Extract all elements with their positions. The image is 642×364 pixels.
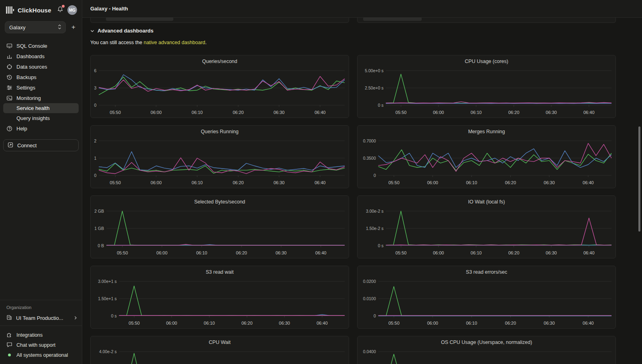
sidebar-item-backups[interactable]: Backups [3,72,79,82]
series-line-blue [99,152,345,170]
chevron-right-icon [74,315,77,321]
y-tick-label: 0 [94,103,96,108]
selector-chevrons-icon [58,24,61,31]
sidebar: ClickHouse MG Galaxy + SQL Co [0,0,82,364]
x-tick-label: 06:00 [433,250,444,255]
x-tick-label: 06:40 [315,180,326,185]
x-tick-label: 06:10 [466,321,477,325]
y-tick-label: 0.0200 [363,279,376,284]
notification-dot [62,5,65,8]
x-tick-label: 06:00 [427,321,438,325]
chart-plot: 3.00e-2 s1.50e-2 s0 s05:5006:0006:1006:2… [358,208,616,258]
footer-item-chat-with-support[interactable]: Chat with support [3,340,79,350]
x-tick-label: 06:20 [505,321,516,325]
x-tick-label: 06:00 [427,180,438,185]
sidebar-item-sql-console[interactable]: SQL Console [3,41,79,51]
series-line-magenta [378,143,612,171]
y-tick-label: 2 [94,138,96,143]
chart-card-queries-running: Queries Running21005:5006:0006:1006:2006… [90,125,349,188]
chart-plot: 4.00e-2 s05:5006:0006:1006:2006:3006:40 [91,348,349,364]
x-tick-label: 06:40 [583,180,594,185]
section-title: Advanced dashboards [98,28,153,34]
x-tick-label: 06:20 [242,321,253,325]
chart-card-s3-read-wait: S3 read wait3.00e+1 s1.50e+1 s0 s05:5006… [90,266,349,329]
partial-card [357,18,616,23]
chart-plot: 0.02000.0100005:5006:0006:1006:2006:3006… [358,278,616,328]
x-tick-label: 06:30 [546,110,557,115]
native-advanced-dashboard-link[interactable]: native advanced dashboard [144,40,205,45]
x-tick-label: 05:50 [110,110,121,115]
chart-plot: 0.70000.3500005:5006:0006:1006:2006:3006… [358,138,616,188]
sidebar-footer: IntegrationsChat with supportAll systems… [0,325,82,360]
sidebar-item-help[interactable]: Help [3,123,79,134]
help-icon [6,126,12,132]
sidebar-nav: SQL ConsoleDashboardsData sourcesBackups… [0,37,82,134]
x-tick-label: 06:20 [236,250,247,255]
x-tick-label: 06:30 [544,180,555,185]
x-tick-label: 05:50 [388,321,400,325]
x-tick-label: 05:50 [396,110,407,115]
sidebar-item-label: Settings [16,85,35,91]
footer-item-integrations[interactable]: Integrations [3,330,79,340]
x-tick-label: 06:20 [233,180,244,185]
chart-title: Merges Running [358,126,616,138]
y-tick-label: 1 GB [94,226,104,231]
x-tick-label: 06:20 [505,180,516,185]
chart-card-queries-second: Queries/second63005:5006:0006:1006:2006:… [90,55,349,118]
y-tick-label: 0 [94,173,96,178]
y-tick-label: 0 B [98,243,104,248]
sidebar-item-query-insights[interactable]: Query insights [3,113,79,123]
footer-item-label: Chat with support [16,342,55,348]
series-line-green [378,150,612,171]
x-tick-label: 06:10 [192,110,203,115]
series-line-green [378,287,612,316]
sidebar-item-dashboards[interactable]: Dashboards [3,51,79,61]
page-title: Galaxy - Health [90,6,128,12]
chart-title: Selected Bytes/second [91,196,349,208]
sidebar-item-label: Monitoring [16,95,41,101]
chart-card-cpu-wait: CPU Wait4.00e-2 s05:5006:0006:1006:2006:… [90,336,349,364]
y-tick-label: 3.00e-2 s [366,209,384,214]
chart-title: CPU Wait [91,336,349,348]
section-advanced-dashboards-toggle[interactable]: Advanced dashboards [90,27,642,34]
sidebar-item-monitoring[interactable]: Monitoring [3,93,79,103]
y-tick-label: 0.3500 [363,156,376,161]
x-tick-label: 06:40 [583,250,595,255]
chart-card-selected-bytes-second: Selected Bytes/second2 GB1 GB0 B05:5006:… [90,195,349,258]
service-selector-row: Galaxy + [0,19,82,37]
partial-bar [363,18,422,21]
sidebar-item-label: Query insights [16,115,50,121]
chart-title: Queries Running [91,126,349,138]
console-icon [6,43,12,49]
x-tick-label: 06:10 [471,250,482,255]
chart-card-cpu-usage-cores-: CPU Usage (cores)5.00e+0 s2.50e+0 s0 s05… [357,55,616,118]
add-service-button[interactable]: + [70,23,77,31]
x-tick-label: 06:30 [274,110,285,115]
y-tick-label: 5.00e+0 s [365,68,383,73]
notice-prefix: You can still access the [90,40,144,45]
sidebar-item-settings[interactable]: Settings [3,82,79,93]
footer-item-label: All systems operational [16,352,68,358]
avatar[interactable]: MG [67,5,77,15]
chart-plot: 3.00e+1 s1.50e+1 s0 s05:5006:0006:1006:2… [91,278,349,328]
notifications-bell-icon[interactable] [57,6,63,14]
x-tick-label: 06:10 [204,321,215,325]
x-tick-label: 06:20 [508,250,520,255]
sidebar-item-service-health[interactable]: Service health [3,103,79,113]
y-tick-label: 0 s [378,243,384,248]
footer-item-all-systems-operational[interactable]: All systems operational [3,350,79,360]
connect-icon [8,142,13,149]
connect-button[interactable]: Connect [3,139,79,151]
chart-title: Queries/second [91,55,349,67]
x-tick-label: 06:30 [544,321,555,325]
chart-card-io-wait-local-fs-: IO Wait (local fs)3.00e-2 s1.50e-2 s0 s0… [357,195,616,258]
x-tick-label: 05:50 [117,250,128,255]
integrations-icon [6,331,12,339]
brand-row: ClickHouse MG [0,0,82,19]
sidebar-item-data-sources[interactable]: Data sources [3,61,79,72]
organization-item[interactable]: UI Team Productio... [0,312,82,325]
sidebar-item-label: SQL Console [16,43,47,49]
brand-name: ClickHouse [18,7,57,14]
service-selector[interactable]: Galaxy [5,21,66,33]
scrollbar-thumb[interactable] [638,126,640,232]
